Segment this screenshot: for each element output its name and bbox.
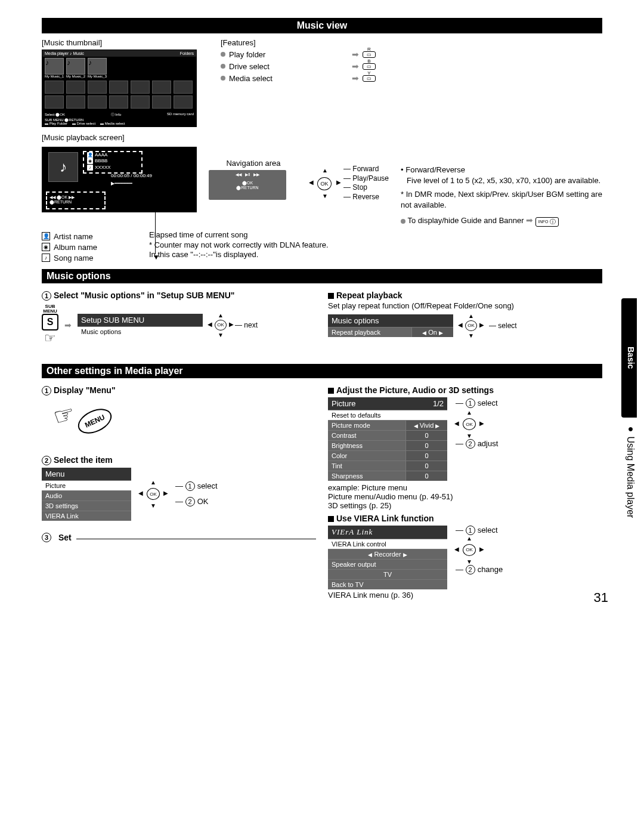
- yellow-button[interactable]: Y▭: [363, 75, 376, 82]
- dpad-up-icon[interactable]: ▲: [322, 167, 328, 174]
- hand-icon: ☞: [42, 330, 58, 346]
- select-item-step: Select the item: [54, 455, 113, 465]
- arrow-icon: ➡: [352, 50, 359, 59]
- dpad-left-icon[interactable]: ◀: [454, 420, 459, 427]
- sharpness-value[interactable]: 0: [405, 471, 447, 481]
- thumbnail-label: [Music thumbnail]: [42, 38, 209, 47]
- dpad-up-icon[interactable]: ▲: [466, 409, 472, 416]
- dpad-down-icon[interactable]: ▼: [466, 432, 472, 439]
- contrast-value[interactable]: 0: [405, 431, 447, 440]
- viera-control-value[interactable]: Recorder: [374, 551, 401, 558]
- ok-button[interactable]: OK: [463, 418, 476, 430]
- contrast-label: Contrast: [328, 431, 405, 440]
- menu-item-3d[interactable]: 3D settings: [42, 501, 131, 511]
- reset-defaults[interactable]: Reset to defaults: [328, 410, 447, 420]
- legend-album: Album name: [54, 243, 97, 252]
- navigation-area: ◀◀ ▶Ⅱ ▶▶ ⬤OK ⬤RETURN: [209, 170, 286, 200]
- ok-button[interactable]: OK: [215, 320, 227, 330]
- dpad-forward-label: Forward: [352, 165, 379, 173]
- bullet-icon: [221, 52, 225, 57]
- dpad-down-icon[interactable]: ▼: [468, 332, 474, 339]
- dpad-down-icon[interactable]: ▼: [150, 502, 156, 509]
- viera-change-label: change: [478, 565, 503, 574]
- square-bullet-icon: [328, 293, 334, 299]
- back-to-tv[interactable]: Back to TV: [328, 580, 447, 589]
- dpad-left-icon[interactable]: ◀: [309, 179, 314, 186]
- folder1-label: My Music_1: [45, 75, 64, 78]
- feature-playfolder: Play folder: [229, 50, 265, 59]
- song-icon: ♪: [42, 254, 50, 262]
- arrow-icon: ➡: [526, 215, 533, 225]
- dpad-small[interactable]: ▲ ▼ ◀ ▶ OK: [459, 314, 483, 338]
- dpad-small[interactable]: ▲ ▼ ◀ ▶ OK: [456, 410, 483, 438]
- step-1-badge: 1: [42, 291, 51, 301]
- color-value[interactable]: 0: [405, 451, 447, 461]
- ok-button[interactable]: OK: [147, 488, 160, 500]
- menu-item-picture[interactable]: Picture: [42, 481, 131, 490]
- ok-button[interactable]: OK: [463, 544, 476, 556]
- sharpness-label: Sharpness: [328, 471, 405, 481]
- menu-button[interactable]: MENU: [75, 404, 116, 438]
- brightness-label: Brightness: [328, 441, 405, 450]
- thumb-folders-label: Folders: [180, 51, 194, 55]
- album-art-icon: ♪: [48, 152, 78, 182]
- dpad-up-icon[interactable]: ▲: [150, 479, 156, 486]
- menu-item-audio[interactable]: Audio: [42, 491, 131, 500]
- red-button[interactable]: R▭: [363, 51, 376, 58]
- step-3-badge: 3: [42, 533, 51, 542]
- step-1-badge: 1: [42, 386, 51, 396]
- dpad[interactable]: ▲ ▼ ◀ ▶ OK: [310, 168, 340, 198]
- dpad-up-icon[interactable]: ▲: [466, 535, 472, 542]
- menu-title: Menu: [45, 469, 65, 478]
- bullet-icon: [401, 219, 405, 224]
- s-button[interactable]: S: [42, 314, 58, 330]
- brightness-value[interactable]: 0: [405, 441, 447, 450]
- dpad-left-icon[interactable]: ◀: [208, 321, 212, 328]
- square-bullet-icon: [328, 516, 334, 522]
- dpad-down-icon[interactable]: ▼: [466, 558, 472, 565]
- sub-2-badge: 2: [466, 565, 475, 574]
- music-playback-screen: ♪ 👤AAAA ◉BBBB ♪XXXXX 00:00:05 / 00:00:49…: [42, 147, 197, 212]
- picture-mode-value[interactable]: Vivid: [420, 422, 434, 429]
- tint-value[interactable]: 0: [405, 461, 447, 471]
- select-label: select: [197, 481, 218, 490]
- dpad-left-icon[interactable]: ◀: [138, 490, 143, 496]
- dpad-small[interactable]: ▲ ▼ ◀ ▶ OK: [456, 536, 483, 564]
- dpad-reverse-label: Reverse: [352, 193, 379, 201]
- dpad-up-icon[interactable]: ▲: [218, 312, 224, 319]
- dpad-right-icon[interactable]: ▶: [163, 490, 168, 496]
- dpad-left-icon[interactable]: ◀: [458, 322, 463, 328]
- dpad-right-icon[interactable]: ▶: [479, 322, 484, 328]
- ok-label: OK: [197, 497, 209, 506]
- blue-button[interactable]: B▭: [363, 63, 376, 70]
- dpad-small[interactable]: ▲ ▼ ◀ ▶ OK: [209, 313, 233, 337]
- fr-body: Five level of 1 to 5 (x2, x5, x30, x70, …: [407, 175, 602, 186]
- dpad-right-icon[interactable]: ▶: [479, 420, 484, 427]
- info-button[interactable]: INFO ⓘ: [535, 217, 559, 227]
- dpad-small[interactable]: ▲ ▼ ◀ ▶ OK: [140, 480, 167, 508]
- dpad-right-icon[interactable]: ▶: [336, 179, 341, 186]
- dpad-right-icon[interactable]: ▶: [479, 546, 484, 552]
- dpad-right-icon[interactable]: ▶: [229, 321, 234, 328]
- picture-mode-label: Picture mode: [328, 421, 405, 430]
- features-label: [Features]: [221, 38, 376, 47]
- repeat-value[interactable]: On: [428, 329, 437, 336]
- select-label: select: [498, 322, 516, 330]
- step-2-badge: 2: [42, 456, 51, 465]
- dpad-up-icon[interactable]: ▲: [468, 313, 474, 319]
- viera-heading: Use VIERA Link function: [336, 514, 434, 523]
- music-options-item[interactable]: Music options: [78, 327, 203, 336]
- dpad-down-icon[interactable]: ▼: [322, 193, 328, 199]
- music-view-header: Music view: [42, 18, 602, 33]
- speaker-output-value[interactable]: TV: [328, 570, 447, 579]
- time-display: 00:00:05 / 00:00:49: [111, 173, 152, 179]
- dpad-down-icon[interactable]: ▼: [218, 332, 224, 338]
- artist-icon: 👤: [42, 232, 50, 240]
- ok-button[interactable]: OK: [317, 177, 332, 190]
- ok-button[interactable]: OK: [465, 320, 477, 331]
- dpad-left-icon[interactable]: ◀: [454, 546, 459, 552]
- pointer-line: [155, 177, 156, 254]
- sub-1-badge: 1: [185, 481, 195, 491]
- elapsed-title: Elapsed time of current song: [149, 230, 329, 240]
- menu-item-viera[interactable]: VIERA Link: [42, 511, 131, 521]
